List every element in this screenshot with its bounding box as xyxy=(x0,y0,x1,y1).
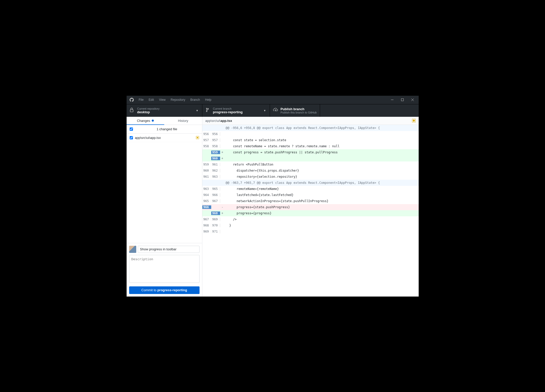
svg-point-6 xyxy=(206,111,207,112)
sidebar: Changes History 1 changed file app\src\u… xyxy=(127,117,202,297)
modified-badge-icon xyxy=(412,119,416,122)
gutter-old: 967 xyxy=(202,218,211,221)
file-row[interactable]: app\src\ui\app.tsx xyxy=(127,134,202,142)
tab-history[interactable]: History xyxy=(164,117,202,125)
commit-button[interactable]: Commit to progress-reporting xyxy=(129,286,200,294)
cloud-upload-icon xyxy=(273,108,278,113)
menu-repository[interactable]: Repository xyxy=(168,98,188,102)
diff-file-path: app\src\ui\app.tsx xyxy=(205,119,232,123)
file-checkbox[interactable] xyxy=(130,136,133,139)
diff-line-add[interactable]: 960+ xyxy=(202,155,419,161)
diff-marker: - xyxy=(220,205,225,209)
diff-line-ctx[interactable]: 957957 const state = selection.state xyxy=(202,137,419,143)
lock-icon xyxy=(130,108,134,113)
changes-summary-row: 1 changed file xyxy=(127,125,202,134)
diff-code: progress={state.pushProgress} xyxy=(225,205,419,209)
gutter-new: 969 xyxy=(211,218,220,221)
gutter-new: 970 xyxy=(211,224,220,227)
gutter-new: 961 xyxy=(211,163,220,166)
svg-rect-4 xyxy=(130,110,133,112)
gutter-old: 968 xyxy=(202,224,211,227)
commit-box: Commit to progress-reporting xyxy=(127,243,202,297)
titlebar: File Edit View Repository Branch Help xyxy=(127,96,419,104)
gutter-old: 956 xyxy=(202,132,211,136)
diff-line-add[interactable]: 968+ progress={progress} xyxy=(202,210,419,216)
avatar xyxy=(129,246,136,253)
gutter-new: 958 xyxy=(211,144,220,148)
maximize-icon[interactable] xyxy=(401,98,404,101)
menu-help[interactable]: Help xyxy=(203,98,214,102)
sidebar-tabs: Changes History xyxy=(127,117,202,125)
diff-line-ctx[interactable]: 959961 return <PushPullButton xyxy=(202,161,419,168)
diff-code: dispatcher={this.props.dispatcher} xyxy=(225,169,419,172)
gutter-old: 964 xyxy=(202,193,211,197)
diff-line-ctx[interactable]: 963965 remoteName={remoteName} xyxy=(202,186,419,192)
file-path: app\src\ui\app.tsx xyxy=(135,136,196,140)
diff-line-ctx[interactable]: 968970 } xyxy=(202,222,419,228)
diff-line-add[interactable]: 959+ const progress = state.pushProgress… xyxy=(202,149,419,155)
gutter-old: 961 xyxy=(202,175,211,178)
menu-view[interactable]: View xyxy=(157,98,168,102)
diff-code: networkActionInProgress={state.pushPullI… xyxy=(225,199,419,203)
diff-code: lastFetched={state.lastFetched} xyxy=(225,193,419,197)
commit-button-branch: progress-reporting xyxy=(157,288,187,292)
diff-code: const state = selection.state xyxy=(225,138,419,142)
commit-summary-input[interactable] xyxy=(138,246,200,253)
file-list: app\src\ui\app.tsx xyxy=(127,134,202,243)
tab-changes[interactable]: Changes xyxy=(127,117,164,125)
diff-line-ctx[interactable]: 965967 networkActionInProgress={state.pu… xyxy=(202,198,419,204)
branch-name: progress-reporting xyxy=(213,110,243,114)
diff-code: progress={progress} xyxy=(225,211,419,215)
commit-button-prefix: Commit to xyxy=(141,288,157,292)
diff-lines[interactable]: @@ -956,6 +956,8 @@ export class App ext… xyxy=(202,125,419,297)
diff-line-ctx[interactable]: 956956 xyxy=(202,131,419,137)
diff-code: const progress = state.pushProgress || s… xyxy=(225,151,419,154)
repo-name: desktop xyxy=(137,110,160,114)
select-all-checkbox[interactable] xyxy=(130,127,133,131)
diff-line-ctx[interactable]: 960962 dispatcher={this.props.dispatcher… xyxy=(202,168,419,174)
window-controls xyxy=(391,98,414,101)
diff-line-ctx[interactable]: 961963 repository={selection.repository} xyxy=(202,174,419,180)
diff-code: const remoteName = state.remote ? state.… xyxy=(225,144,419,148)
commit-description-input[interactable] xyxy=(129,255,200,283)
publish-branch-button[interactable]: Publish branch Publish this branch to Gi… xyxy=(270,104,320,117)
gutter-new: 956 xyxy=(211,132,220,136)
caret-down-icon: ▼ xyxy=(196,109,199,112)
app-window: File Edit View Repository Branch Help Cu… xyxy=(127,96,419,297)
github-logo-icon xyxy=(130,98,134,102)
minimize-icon[interactable] xyxy=(391,98,394,101)
close-icon[interactable] xyxy=(411,98,414,101)
gutter-new: 957 xyxy=(211,138,220,142)
publish-subtitle: Publish this branch to GitHub xyxy=(281,111,317,114)
diff-marker: + xyxy=(220,211,225,215)
diff-line-del[interactable]: 966- progress={state.pushProgress} xyxy=(202,204,419,210)
gutter-new: 963 xyxy=(211,175,220,178)
diff-code: repository={selection.repository} xyxy=(225,175,419,178)
menu-branch[interactable]: Branch xyxy=(188,98,203,102)
diff-code: /> xyxy=(225,218,419,221)
diff-marker: + xyxy=(220,157,225,160)
diff-line-hunk[interactable]: @@ -956,6 +956,8 @@ export class App ext… xyxy=(202,125,419,131)
diff-line-ctx[interactable]: 969971 xyxy=(202,228,419,235)
svg-rect-1 xyxy=(401,99,403,101)
gutter-old: 969 xyxy=(202,230,211,233)
diff-pane: app\src\ui\app.tsx @@ -956,6 +956,8 @@ e… xyxy=(202,117,419,297)
diff-line-ctx[interactable]: 967969 /> xyxy=(202,216,419,222)
diff-line-hunk[interactable]: @@ -963,7 +965,7 @@ export class App ext… xyxy=(202,180,419,186)
diff-line-ctx[interactable]: 964966 lastFetched={state.lastFetched} xyxy=(202,192,419,198)
gutter-new: 959 xyxy=(211,151,220,154)
diff-code: remoteName={remoteName} xyxy=(225,187,419,191)
diff-line-ctx[interactable]: 958958 const remoteName = state.remote ?… xyxy=(202,143,419,149)
menu-file[interactable]: File xyxy=(136,98,146,102)
repo-label: Current repository xyxy=(137,107,160,110)
repo-selector[interactable]: Current repository desktop ▼ xyxy=(127,104,202,117)
gutter-old: 958 xyxy=(202,144,211,148)
branch-selector[interactable]: Current branch progress-reporting ▼ xyxy=(202,104,270,117)
gutter-old: 963 xyxy=(202,187,211,191)
diff-code: @@ -956,6 +956,8 @@ export class App ext… xyxy=(225,126,419,130)
tab-changes-label: Changes xyxy=(137,119,150,123)
menu-edit[interactable]: Edit xyxy=(146,98,157,102)
diff-header: app\src\ui\app.tsx xyxy=(202,117,419,125)
gutter-old: 959 xyxy=(202,163,211,166)
branch-label: Current branch xyxy=(213,107,243,110)
